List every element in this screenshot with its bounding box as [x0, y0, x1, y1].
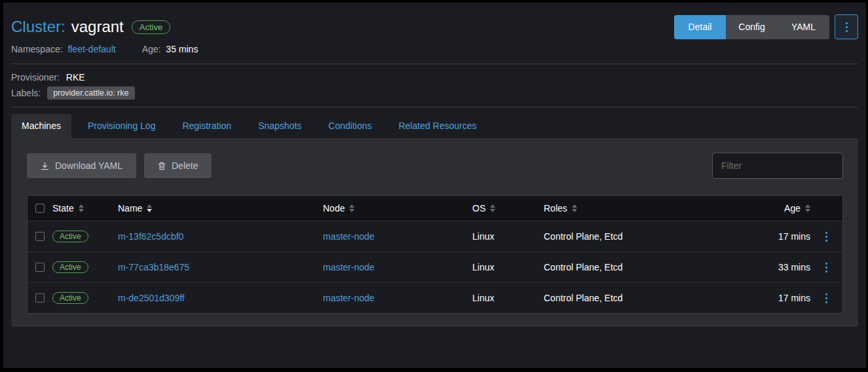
select-all-cell — [28, 204, 52, 213]
age-column-label: Age — [784, 203, 801, 214]
vertical-dots-icon — [825, 232, 827, 242]
masthead-subtitle: Namespace: fleet-default Age: 35 mins — [11, 44, 858, 54]
download-icon — [41, 162, 49, 170]
header-actions-menu-button[interactable] — [835, 14, 858, 39]
machine-name-link[interactable]: m-de2501d309ff — [118, 293, 185, 303]
table-row: Active m-13f62c5dcbf0 master-node Linux … — [28, 221, 842, 251]
column-header-age[interactable]: Age — [734, 203, 810, 214]
machine-age: 17 mins — [734, 231, 810, 242]
vertical-dots-icon — [825, 263, 827, 272]
machine-os: Linux — [472, 293, 544, 303]
provisioner-value: RKE — [66, 72, 85, 83]
resource-name: vagrant — [71, 18, 124, 36]
label-chip: provider.cattle.io: rke — [47, 86, 134, 100]
cluster-detail-page: Cluster: vagrant Active Detail Config YA… — [3, 3, 866, 368]
machine-roles: Control Plane, Etcd — [544, 262, 734, 272]
machine-os: Linux — [472, 262, 544, 272]
machine-name-link[interactable]: m-13f62c5dcbf0 — [118, 231, 183, 242]
column-header-name[interactable]: Name — [118, 203, 323, 214]
node-link[interactable]: master-node — [323, 262, 375, 272]
column-header-roles[interactable]: Roles — [544, 203, 734, 214]
view-switcher: Detail Config YAML — [674, 15, 829, 39]
age-label: Age: — [142, 44, 161, 54]
sort-icon — [79, 204, 84, 212]
select-all-checkbox[interactable] — [35, 204, 45, 213]
row-checkbox[interactable] — [35, 263, 45, 272]
column-header-os[interactable]: OS — [472, 203, 544, 214]
age-pair: Age: 35 mins — [142, 44, 198, 54]
header-actions: Detail Config YAML — [674, 14, 858, 39]
roles-column-label: Roles — [544, 203, 567, 214]
sort-icon — [805, 204, 810, 212]
table-toolbar: Download YAML Delete — [27, 153, 843, 179]
row-actions-menu-button[interactable] — [823, 260, 830, 275]
age-value: 35 mins — [166, 44, 198, 54]
download-yaml-label: Download YAML — [55, 160, 123, 171]
row-actions-menu-button[interactable] — [823, 291, 830, 306]
tab-registration[interactable]: Registration — [172, 114, 242, 138]
namespace-link[interactable]: fleet-default — [67, 44, 115, 54]
machine-age: 33 mins — [734, 262, 810, 272]
tab-machines[interactable]: Machines — [11, 114, 71, 138]
state-column-label: State — [52, 203, 74, 214]
column-header-state[interactable]: State — [52, 203, 118, 214]
row-checkbox[interactable] — [35, 293, 45, 303]
tab-conditions[interactable]: Conditions — [318, 114, 382, 138]
sort-icon — [490, 204, 495, 212]
machine-name-link[interactable]: m-77ca3b18e675 — [118, 262, 189, 272]
masthead-divider — [11, 64, 858, 64]
row-actions-menu-button[interactable] — [823, 229, 830, 244]
sort-icon — [147, 204, 152, 212]
page-title: Cluster: vagrant — [11, 18, 124, 36]
download-yaml-button[interactable]: Download YAML — [27, 153, 136, 178]
vertical-dots-icon — [825, 293, 827, 303]
detail-view-button[interactable]: Detail — [674, 15, 726, 39]
vertical-dots-icon — [846, 22, 848, 32]
status-badge: Active — [132, 20, 170, 34]
trash-icon — [158, 162, 166, 170]
machine-state-badge: Active — [52, 231, 88, 242]
labels-label: Labels: — [11, 88, 41, 98]
machine-roles: Control Plane, Etcd — [544, 231, 734, 242]
detail-tabs: Machines Provisioning Log Registration S… — [11, 114, 858, 138]
os-column-label: OS — [472, 203, 485, 214]
machine-os: Linux — [472, 231, 544, 242]
tab-snapshots[interactable]: Snapshots — [248, 114, 312, 138]
labels-row: Labels: provider.cattle.io: rke — [11, 86, 858, 100]
namespace-label: Namespace: — [11, 44, 63, 54]
machine-state-badge: Active — [52, 292, 88, 304]
machine-state-badge: Active — [52, 261, 88, 273]
node-link[interactable]: master-node — [323, 231, 375, 242]
machines-tab-panel: Download YAML Delete State — [11, 138, 858, 327]
tabs-divider — [11, 107, 858, 107]
namespace-pair: Namespace: fleet-default — [11, 44, 116, 54]
delete-button[interactable]: Delete — [144, 153, 212, 178]
machine-roles: Control Plane, Etcd — [544, 293, 734, 303]
delete-label: Delete — [172, 160, 198, 171]
row-checkbox[interactable] — [35, 232, 45, 241]
provisioner-row: Provisioner: RKE — [11, 72, 858, 83]
sort-icon — [572, 204, 577, 212]
config-view-button[interactable]: Config — [726, 15, 778, 39]
node-column-label: Node — [323, 203, 345, 214]
machine-age: 17 mins — [734, 293, 810, 303]
table-row: Active m-de2501d309ff master-node Linux … — [28, 282, 842, 313]
column-header-node[interactable]: Node — [323, 203, 472, 214]
table-row: Active m-77ca3b18e675 master-node Linux … — [28, 251, 842, 282]
table-header-row: State Name Node OS Roles — [28, 196, 842, 221]
masthead: Cluster: vagrant Active Detail Config YA… — [11, 10, 858, 39]
yaml-view-button[interactable]: YAML — [778, 15, 829, 39]
sort-icon — [349, 204, 354, 212]
name-column-label: Name — [118, 203, 142, 214]
resource-kind-label: Cluster: — [11, 18, 66, 36]
filter-input[interactable] — [712, 153, 843, 179]
node-link[interactable]: master-node — [323, 293, 375, 303]
tab-related-resources[interactable]: Related Resources — [388, 114, 487, 138]
provisioner-label: Provisioner: — [11, 72, 60, 83]
machines-table: State Name Node OS Roles — [27, 195, 843, 314]
tab-provisioning-log[interactable]: Provisioning Log — [77, 114, 166, 138]
